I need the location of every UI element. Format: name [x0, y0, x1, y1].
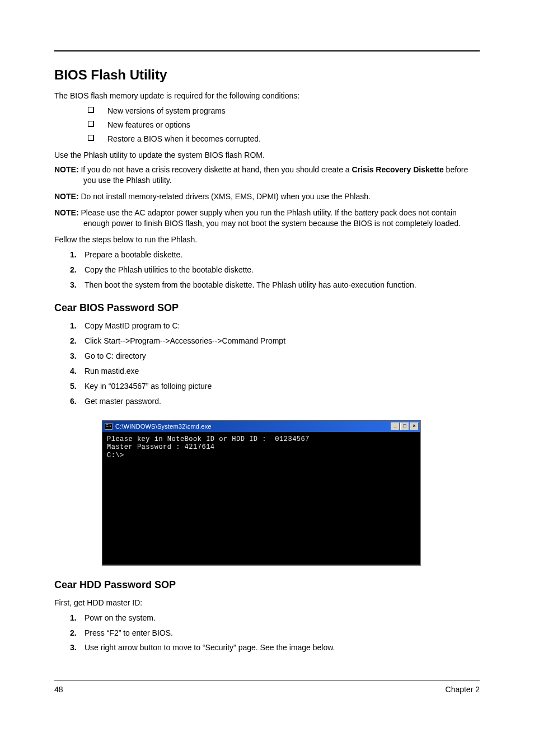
- list-number: 5.: [70, 381, 85, 392]
- list-item-text: Copy the Phlash utilities to the bootabl…: [85, 265, 254, 275]
- list-item: 1.Prepare a bootable diskette.: [54, 250, 480, 260]
- bios-steps: 1.Copy MastID program to C: 2.Click Star…: [54, 321, 480, 406]
- intro-text: The BIOS flash memory update is required…: [54, 91, 480, 101]
- list-item: 4.Run mastid.exe: [54, 366, 480, 377]
- note-text: Please use the AC adaptor power supply w…: [81, 208, 460, 228]
- condition-list: New versions of system programs New feat…: [54, 106, 480, 144]
- page-number: 48: [54, 685, 63, 694]
- after-bullets-text: Use the Phlash utility to update the sys…: [54, 150, 480, 161]
- list-item: 3.Go to C: directory: [54, 351, 480, 361]
- list-item: 2.Click Start-->Program-->Accessories-->…: [54, 336, 480, 346]
- list-item: New versions of system programs: [54, 106, 480, 116]
- note: NOTE: Please use the AC adaptor power su…: [54, 208, 480, 229]
- cmd-icon: C:\: [105, 423, 113, 430]
- list-item-text: Copy MastID program to C:: [85, 321, 180, 331]
- list-number: 2.: [70, 336, 85, 346]
- list-item: 5.Key in “01234567” as folloing picture: [54, 381, 480, 392]
- list-item-text: Press “F2” to enter BIOS.: [85, 628, 173, 638]
- note-label: NOTE:: [54, 208, 81, 217]
- list-item: Restore a BIOS when it becomes corrupted…: [54, 134, 480, 144]
- note-text: Do not install memory-related drivers (X…: [81, 192, 370, 201]
- hdd-intro-text: First, get HDD master ID:: [54, 598, 480, 608]
- list-number: 1.: [70, 613, 85, 623]
- list-number: 4.: [70, 366, 85, 377]
- note: NOTE: If you do not have a crisis recove…: [54, 165, 480, 186]
- heading-cear-bios-password: Cear BIOS Password SOP: [54, 302, 480, 314]
- list-item-text: Prepare a bootable diskette.: [85, 250, 182, 260]
- list-item-text: Click Start-->Program-->Accessories-->Co…: [85, 336, 285, 346]
- list-item: 3.Then boot the system from the bootable…: [54, 280, 480, 290]
- list-number: 6.: [70, 396, 85, 407]
- note-label: NOTE:: [54, 192, 81, 201]
- command-prompt-window: C:\ C:\WINDOWS\System32\cmd.exe _ □ × Pl…: [102, 420, 421, 566]
- maximize-icon[interactable]: □: [400, 422, 409, 430]
- note-text: If you do not have a crisis recovery dis…: [81, 165, 352, 174]
- note-bold: Crisis Recovery Diskette: [352, 165, 444, 174]
- list-item-text: Get master password.: [85, 396, 161, 407]
- top-rule: [54, 50, 480, 51]
- list-item: 2.Press “F2” to enter BIOS.: [54, 628, 480, 638]
- chapter-label: Chapter 2: [446, 685, 480, 694]
- list-number: 2.: [70, 628, 85, 638]
- heading-bios-flash-utility: BIOS Flash Utility: [54, 67, 480, 83]
- list-item-text: Go to C: directory: [85, 351, 146, 361]
- fellow-text: Fellow the steps below to run the Phlash…: [54, 234, 480, 245]
- window-title: C:\WINDOWS\System32\cmd.exe: [115, 423, 212, 430]
- list-item: 3.Use right arrow button to move to “Sec…: [54, 642, 480, 653]
- heading-cear-hdd-password: Cear HDD Password SOP: [54, 579, 480, 591]
- list-item-text: Run mastid.exe: [85, 366, 139, 377]
- list-item-text: Then boot the system from the bootable d…: [85, 280, 416, 290]
- square-bullet-icon: [88, 135, 94, 141]
- window-controls: _ □ ×: [391, 422, 419, 430]
- titlebar-left: C:\ C:\WINDOWS\System32\cmd.exe: [105, 423, 212, 430]
- command-prompt-output: Please key in NoteBook ID or HDD ID : 01…: [102, 432, 420, 565]
- phlash-steps: 1.Prepare a bootable diskette. 2.Copy th…: [54, 250, 480, 290]
- hdd-steps: 1.Powr on the system. 2.Press “F2” to en…: [54, 613, 480, 654]
- list-number: 3.: [70, 351, 85, 361]
- list-item: 6.Get master password.: [54, 396, 480, 407]
- list-item-text: Key in “01234567” as folloing picture: [85, 381, 212, 392]
- list-item: New features or options: [54, 120, 480, 130]
- list-item: 1.Powr on the system.: [54, 613, 480, 623]
- list-number: 3.: [70, 280, 85, 290]
- list-item-text: Restore a BIOS when it becomes corrupted…: [107, 134, 261, 144]
- titlebar: C:\ C:\WINDOWS\System32\cmd.exe _ □ ×: [102, 421, 420, 432]
- page-footer: 48 Chapter 2: [54, 680, 480, 694]
- list-number: 2.: [70, 265, 85, 275]
- list-item: 2.Copy the Phlash utilities to the boota…: [54, 265, 480, 275]
- list-item-text: New features or options: [107, 120, 190, 130]
- command-prompt-figure: C:\ C:\WINDOWS\System32\cmd.exe _ □ × Pl…: [102, 420, 421, 566]
- list-number: 1.: [70, 321, 85, 331]
- note-label: NOTE:: [54, 165, 81, 174]
- square-bullet-icon: [88, 121, 94, 127]
- list-number: 3.: [70, 642, 85, 653]
- minimize-icon[interactable]: _: [391, 422, 400, 430]
- list-item-text: Use right arrow button to move to “Secur…: [85, 642, 335, 653]
- list-item-text: Powr on the system.: [85, 613, 156, 623]
- square-bullet-icon: [88, 107, 94, 113]
- list-item: 1.Copy MastID program to C:: [54, 321, 480, 331]
- list-item-text: New versions of system programs: [107, 106, 226, 116]
- note: NOTE: Do not install memory-related driv…: [54, 191, 480, 202]
- close-icon[interactable]: ×: [410, 422, 419, 430]
- page: BIOS Flash Utility The BIOS flash memory…: [0, 0, 534, 727]
- list-number: 1.: [70, 250, 85, 260]
